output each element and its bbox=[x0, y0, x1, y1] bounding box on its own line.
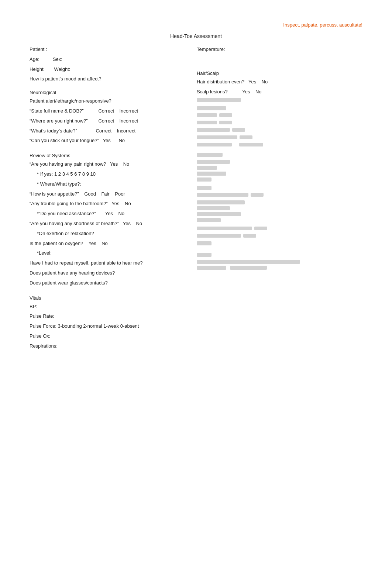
vitals-heading: Vitals bbox=[30, 295, 41, 301]
respirations-label: Respirations: bbox=[30, 343, 58, 349]
pain-scale-label: * If yes: 1 2 3 4 5 6 7 8 9 10 bbox=[37, 171, 96, 177]
pain-where-label: * Where/What type?: bbox=[37, 181, 81, 187]
q4-no: No bbox=[118, 138, 125, 143]
oxygen-yes: Yes bbox=[89, 241, 96, 246]
repeat-label: Have I had to repeat myself, patient abl… bbox=[30, 260, 142, 266]
glasses-label: Does patient wear glasses/contacts? bbox=[30, 280, 108, 286]
hair-dist-yes: Yes bbox=[248, 79, 256, 84]
patient-label: Patient : bbox=[30, 46, 47, 52]
bp-label: BP: bbox=[30, 304, 37, 309]
pulse-rate-label: Pulse Rate: bbox=[30, 313, 54, 319]
pain-no: No bbox=[123, 161, 130, 167]
oxygen-label: Is the patient on oxygen? bbox=[30, 241, 83, 246]
weight-label: Weight: bbox=[54, 66, 71, 72]
q1-correct: Correct bbox=[98, 108, 114, 114]
bathroom-label: “Any trouble going to the bathroom?” bbox=[30, 201, 108, 206]
level-label: *Level: bbox=[37, 250, 52, 256]
breath-no: No bbox=[136, 221, 142, 226]
q4-label: “Can you stick out your tongue?” bbox=[30, 138, 99, 143]
q2-incorrect: Incorrect bbox=[120, 118, 138, 124]
bathroom-no: No bbox=[125, 201, 131, 206]
page-title: Head-Toe Assessment bbox=[30, 33, 362, 39]
scalp-yes: Yes bbox=[242, 89, 250, 94]
appetite-label: “How is your appetite?” bbox=[30, 191, 79, 197]
scalp-no: No bbox=[255, 89, 262, 94]
q3-label: “What’s today’s date?” bbox=[30, 128, 77, 134]
q1-label: “State full name & DOB?” bbox=[30, 108, 84, 114]
appetite-good: Good bbox=[84, 191, 96, 197]
temperature-label-visible: Temperature: bbox=[197, 46, 225, 52]
q4-yes: Yes bbox=[103, 138, 111, 143]
pulse-ox-label: Pulse Ox: bbox=[30, 333, 50, 339]
q2-label: “Where are you right now?” bbox=[30, 118, 88, 124]
pain-yes: Yes bbox=[110, 161, 118, 167]
assistance-label: *“Do you need assistance?” bbox=[37, 211, 96, 216]
alert-label: Patient alert/lethargic/non-responsive? bbox=[30, 98, 111, 104]
appetite-poor: Poor bbox=[115, 191, 125, 197]
height-label: Height: bbox=[30, 66, 45, 72]
review-heading: Review of Systems bbox=[30, 153, 71, 158]
appetite-fair: Fair bbox=[101, 191, 109, 197]
scalp-lesions-label: Scalp lesions? bbox=[197, 89, 228, 94]
assistance-yes: Yes bbox=[105, 211, 113, 216]
q1-incorrect: Incorrect bbox=[119, 108, 138, 114]
q3-incorrect: Incorrect bbox=[117, 128, 136, 134]
breath-yes: Yes bbox=[123, 221, 131, 226]
mood-label: How is patient's mood and affect? bbox=[30, 76, 101, 82]
inspect-label: Inspect, palpate, percuss, auscultate! bbox=[283, 22, 362, 28]
pulse-force-label: Pulse Force: 3-bounding 2-normal 1-weak … bbox=[30, 323, 139, 329]
bathroom-yes: Yes bbox=[111, 201, 119, 206]
assistance-no: No bbox=[118, 211, 124, 216]
hair-dist-label: Hair distribution even? bbox=[197, 79, 244, 84]
hearing-label: Does patient have any hearing devices? bbox=[30, 270, 115, 276]
pain-label: “Are you having any pain right now? bbox=[30, 161, 106, 167]
hair-dist-no: No bbox=[262, 79, 268, 84]
sex-label: Sex: bbox=[53, 56, 62, 62]
hair-scalp-heading: Hair/Scalp bbox=[197, 70, 219, 76]
breath-label: “Are you having any shortness of breath?… bbox=[30, 221, 119, 226]
q3-correct: Correct bbox=[96, 128, 111, 134]
exertion-label: *On exertion or relaxation? bbox=[37, 231, 94, 236]
age-label: Age: bbox=[30, 56, 39, 62]
oxygen-no: No bbox=[102, 241, 108, 246]
neurological-heading: Neurological bbox=[30, 90, 56, 95]
q2-correct: Correct bbox=[98, 118, 114, 124]
